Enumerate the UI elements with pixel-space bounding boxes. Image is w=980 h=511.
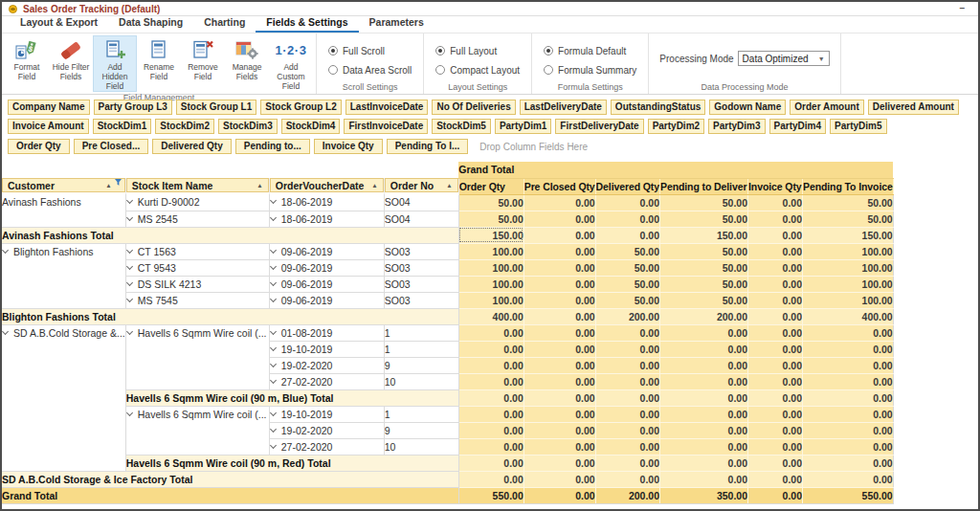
filter-field-partydim1[interactable]: PartyDim1: [495, 119, 551, 134]
value-cell[interactable]: 0.00: [458, 471, 523, 487]
chevron-down-icon[interactable]: [270, 327, 277, 334]
value-cell[interactable]: 400.00: [803, 308, 894, 324]
value-cell[interactable]: 0.00: [748, 276, 803, 292]
value-cell[interactable]: 0.00: [458, 455, 523, 471]
chevron-down-icon[interactable]: [270, 197, 277, 204]
row-header-cell[interactable]: Havells 6 Sqmm Wire coil (...: [125, 324, 269, 389]
value-cell[interactable]: 0.00: [523, 357, 595, 373]
tab-data-shaping[interactable]: Data Shaping: [108, 14, 193, 33]
value-cell[interactable]: 0.00: [803, 455, 894, 471]
value-cell[interactable]: 50.00: [595, 259, 659, 276]
row-header-cell[interactable]: 10: [384, 438, 458, 455]
filter-field-stockdim5[interactable]: StockDim5: [432, 119, 491, 134]
value-cell[interactable]: 0.00: [458, 324, 523, 341]
value-cell[interactable]: 100.00: [803, 276, 894, 292]
row-header-cell[interactable]: Avinash Fashions: [2, 194, 125, 227]
chevron-down-icon[interactable]: [270, 278, 277, 285]
value-cell[interactable]: 0.00: [748, 292, 803, 308]
row-header-cell[interactable]: 09-06-2019: [269, 259, 384, 276]
total-row-label[interactable]: SD A.B.Cold Storage & Ice Factory Total: [2, 471, 458, 487]
value-cell[interactable]: 0.00: [523, 406, 595, 422]
chevron-down-icon[interactable]: [126, 197, 133, 204]
value-cell[interactable]: 0.00: [803, 438, 894, 455]
value-cell[interactable]: 0.00: [523, 341, 595, 357]
row-header-cell[interactable]: Kurti D-90002: [125, 194, 269, 211]
value-cell[interactable]: 0.00: [523, 227, 595, 243]
value-cell[interactable]: 0.00: [595, 406, 659, 422]
total-row-label[interactable]: Havells 6 Sqmm Wire coil (90 m, Red) Tot…: [125, 455, 458, 471]
chevron-down-icon[interactable]: [270, 262, 277, 269]
value-cell[interactable]: 0.00: [748, 487, 803, 503]
add-hidden-field-button[interactable]: Add Hidden Field: [93, 35, 137, 92]
minimize-button[interactable]: –: [959, 3, 965, 14]
value-cell[interactable]: 0.00: [595, 227, 659, 243]
value-cell[interactable]: 0.00: [523, 259, 595, 276]
value-cell[interactable]: 550.00: [458, 487, 523, 503]
filter-field-partydim4[interactable]: PartyDim4: [769, 119, 826, 134]
value-cell[interactable]: 0.00: [748, 194, 803, 211]
value-cell[interactable]: 0.00: [748, 227, 803, 243]
value-cell[interactable]: 0.00: [523, 438, 595, 455]
value-cell[interactable]: 0.00: [803, 389, 894, 406]
row-header-cell[interactable]: 27-02-2020: [269, 438, 384, 455]
value-cell[interactable]: 0.00: [803, 406, 894, 422]
row-header-cell[interactable]: 27-02-2020: [269, 373, 384, 389]
row-header-cell[interactable]: SO03: [384, 292, 458, 308]
value-cell[interactable]: 0.00: [523, 194, 595, 211]
value-cell[interactable]: 0.00: [595, 455, 659, 471]
value-cell[interactable]: 100.00: [803, 243, 894, 259]
value-cell[interactable]: 50.00: [660, 211, 748, 227]
value-cell[interactable]: 200.00: [595, 308, 659, 324]
value-cell[interactable]: 0.00: [523, 487, 595, 503]
value-cell[interactable]: 0.00: [523, 422, 595, 438]
value-column-header-pending-to-deliver[interactable]: Pending to Deliver: [660, 178, 748, 194]
row-header-cell[interactable]: 09-06-2019: [269, 276, 384, 292]
filter-field-no-of-deliveries[interactable]: No Of Deliveries: [432, 100, 515, 115]
value-cell[interactable]: 0.00: [748, 389, 803, 406]
row-field-header-stock-item-name[interactable]: Stock Item Name▲: [126, 178, 269, 192]
hide-filter-fields-button[interactable]: Hide Filter Fields: [49, 35, 93, 82]
value-cell[interactable]: 0.00: [458, 422, 523, 438]
chevron-down-icon[interactable]: [270, 295, 277, 301]
value-cell[interactable]: 200.00: [660, 308, 748, 324]
filter-field-lastdeliverydate[interactable]: LastDeliveryDate: [520, 100, 607, 115]
chevron-down-icon[interactable]: [2, 246, 9, 253]
filter-field-partydim5[interactable]: PartyDim5: [830, 119, 886, 134]
value-cell[interactable]: 150.00: [458, 227, 523, 243]
filter-field-stockdim2[interactable]: StockDim2: [155, 119, 214, 134]
row-header-cell[interactable]: 1: [384, 406, 458, 422]
value-cell[interactable]: 50.00: [660, 259, 748, 276]
total-row-label[interactable]: Grand Total: [2, 487, 458, 503]
value-cell[interactable]: 0.00: [748, 357, 803, 373]
value-cell[interactable]: 0.00: [595, 324, 659, 341]
value-cell[interactable]: 0.00: [803, 357, 894, 373]
filter-field-order-amount[interactable]: Order Amount: [790, 100, 863, 115]
row-header-cell[interactable]: MS 2545: [125, 211, 269, 227]
row-header-cell[interactable]: MS 7545: [125, 292, 269, 308]
measure-field-delivered-qty[interactable]: Delivered Qty: [152, 139, 231, 154]
value-cell[interactable]: 0.00: [803, 341, 894, 357]
row-header-cell[interactable]: 1: [384, 324, 458, 341]
value-cell[interactable]: 0.00: [458, 341, 523, 357]
row-header-cell[interactable]: 1: [384, 341, 458, 357]
chevron-down-icon[interactable]: [270, 441, 277, 448]
value-cell[interactable]: 0.00: [523, 324, 595, 341]
filter-icon[interactable]: [115, 179, 122, 187]
value-cell[interactable]: 50.00: [595, 292, 659, 308]
row-header-cell[interactable]: Blighton Fashions: [2, 243, 125, 308]
chevron-down-icon[interactable]: [270, 425, 277, 432]
filter-field-company-name[interactable]: Company Name: [8, 100, 90, 115]
value-cell[interactable]: 50.00: [660, 276, 748, 292]
chevron-down-icon[interactable]: [270, 246, 277, 253]
value-cell[interactable]: 100.00: [458, 292, 523, 308]
row-header-cell[interactable]: 19-10-2019: [269, 341, 384, 357]
rename-field-button[interactable]: Rename Field: [137, 35, 181, 82]
row-field-header-customer[interactable]: Customer▲: [2, 178, 125, 192]
value-cell[interactable]: 50.00: [803, 194, 894, 211]
value-column-header-order-qty[interactable]: Order Qty: [458, 178, 523, 194]
tab-fields-settings[interactable]: Fields & Settings: [256, 14, 358, 33]
value-cell[interactable]: 0.00: [660, 422, 748, 438]
add-custom-field-button[interactable]: 1·2·3Add Custom Field: [269, 35, 313, 92]
chevron-down-icon[interactable]: [270, 376, 277, 383]
measure-field-pending-to-i[interactable]: Pending To I...: [387, 139, 469, 154]
